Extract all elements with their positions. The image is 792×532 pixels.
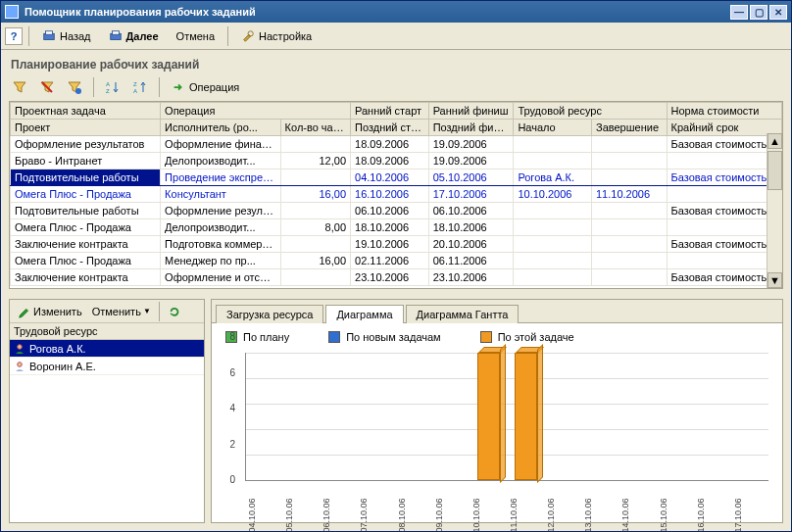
- col-begin[interactable]: Начало: [514, 120, 592, 136]
- col-early-start[interactable]: Ранний старт: [351, 103, 429, 120]
- sort-asc-icon[interactable]: AZ: [102, 77, 124, 97]
- col-performer[interactable]: Исполнитель (ро...: [161, 120, 280, 136]
- close-button[interactable]: ✕: [769, 5, 787, 20]
- cell[interactable]: 18.09.2006: [351, 153, 429, 169]
- cell[interactable]: Менеджер по пр...: [161, 253, 280, 269]
- cell[interactable]: 06.11.2006: [428, 253, 514, 269]
- table-row[interactable]: Омега Плюс - ПродажаДелопроизводит...8,0…: [11, 219, 782, 236]
- tab-resource-load[interactable]: Загрузка ресурса: [216, 305, 323, 323]
- table-row[interactable]: Оформление результатовОформление финальн…: [11, 136, 782, 153]
- cell[interactable]: 17.10.2006: [428, 186, 514, 203]
- cell[interactable]: 04.10.2006: [351, 169, 429, 186]
- cell[interactable]: 18.09.2006: [351, 136, 429, 153]
- cell[interactable]: 16,00: [280, 253, 350, 269]
- col-end[interactable]: Завершение: [592, 120, 668, 136]
- cell[interactable]: [514, 219, 592, 236]
- cell[interactable]: Подтовительные работы: [11, 203, 161, 219]
- cell[interactable]: [592, 253, 668, 269]
- col-project-task[interactable]: Проектная задача: [11, 103, 161, 120]
- help-button[interactable]: ?: [5, 27, 23, 45]
- cell[interactable]: [592, 169, 668, 186]
- cell[interactable]: 18.10.2006: [351, 219, 429, 236]
- back-button[interactable]: Назад: [35, 26, 98, 46]
- cell[interactable]: 20.10.2006: [428, 236, 514, 253]
- scroll-down-icon[interactable]: ▼: [767, 272, 782, 288]
- cell[interactable]: 8,00: [280, 219, 350, 236]
- cell[interactable]: [667, 219, 781, 236]
- cell[interactable]: Заключение контракта: [11, 236, 161, 253]
- scroll-thumb[interactable]: [767, 151, 782, 190]
- table-row[interactable]: Омега Плюс - ПродажаКонсультант16,0016.1…: [11, 186, 782, 203]
- maximize-button[interactable]: ▢: [750, 5, 767, 20]
- sort-desc-icon[interactable]: ZA: [129, 77, 151, 97]
- cell[interactable]: [280, 236, 350, 253]
- cell[interactable]: [592, 219, 668, 236]
- cell[interactable]: Консультант: [161, 186, 280, 203]
- cell[interactable]: Проведение экспресс-обследо...: [161, 169, 280, 186]
- cell[interactable]: Омега Плюс - Продажа: [11, 219, 161, 236]
- cell[interactable]: [667, 253, 781, 269]
- cell[interactable]: 23.10.2006: [428, 269, 514, 286]
- cell[interactable]: 19.09.2006: [428, 153, 514, 169]
- cell[interactable]: Оформление и отсылка комме...: [161, 269, 280, 286]
- cell[interactable]: [592, 203, 668, 219]
- forward-button[interactable]: Далее: [102, 26, 166, 46]
- cell[interactable]: 19.10.2006: [351, 236, 429, 253]
- cell[interactable]: [592, 136, 668, 153]
- resource-row[interactable]: Рогова А.К.: [10, 340, 204, 358]
- table-row[interactable]: Браво - ИнтранетДелопроизводит...12,0018…: [11, 153, 782, 169]
- table-row[interactable]: Подтовительные работыПроведение экспресс…: [11, 169, 782, 186]
- settings-button[interactable]: Настройка: [234, 26, 319, 46]
- cell[interactable]: [667, 153, 781, 169]
- cell[interactable]: 06.10.2006: [428, 203, 514, 219]
- cancel-button[interactable]: Отмена: [170, 27, 222, 45]
- col-late-finish[interactable]: Поздний финиш: [428, 120, 514, 136]
- cell[interactable]: [514, 153, 592, 169]
- edit-button[interactable]: Изменить: [14, 303, 86, 320]
- filter-icon[interactable]: [9, 77, 30, 97]
- cell[interactable]: Базовая стоимость: [667, 203, 781, 219]
- cell[interactable]: Делопроизводит...: [161, 153, 280, 169]
- col-early-finish[interactable]: Ранний финиш: [428, 103, 514, 120]
- cell[interactable]: [667, 186, 781, 203]
- cell[interactable]: 18.10.2006: [428, 219, 514, 236]
- cell[interactable]: Омега Плюс - Продажа: [11, 253, 161, 269]
- cell[interactable]: [514, 269, 592, 286]
- cell[interactable]: Заключение контракта: [11, 269, 161, 286]
- cell[interactable]: Рогова А.К.: [514, 169, 592, 186]
- minimize-button[interactable]: —: [730, 5, 748, 20]
- cell[interactable]: [280, 136, 350, 153]
- cell[interactable]: [592, 269, 668, 286]
- resource-row[interactable]: Воронин А.Е.: [10, 358, 204, 375]
- cell[interactable]: [514, 236, 592, 253]
- table-row[interactable]: Подтовительные работыОформление результа…: [11, 203, 782, 219]
- cell[interactable]: Подготовка коммерческого пр...: [161, 236, 280, 253]
- cell[interactable]: 16.10.2006: [351, 186, 429, 203]
- cell[interactable]: Делопроизводит...: [161, 219, 280, 236]
- cell[interactable]: 02.11.2006: [351, 253, 429, 269]
- cell[interactable]: Оформление результатов: [11, 136, 161, 153]
- cancel-edit-button[interactable]: Отменить ▼: [88, 304, 155, 319]
- tab-diagram[interactable]: Диаграмма: [325, 305, 403, 323]
- table-row[interactable]: Омега Плюс - ПродажаМенеджер по пр...16,…: [11, 253, 782, 269]
- cell[interactable]: [514, 203, 592, 219]
- cell[interactable]: [514, 136, 592, 153]
- cell[interactable]: 23.10.2006: [351, 269, 429, 286]
- cell[interactable]: Омега Плюс - Продажа: [11, 186, 161, 203]
- col-deadline[interactable]: Крайний срок: [667, 120, 781, 136]
- cell[interactable]: Браво - Интранет: [11, 153, 161, 169]
- cell[interactable]: Базовая стоимость: [667, 236, 781, 253]
- cell[interactable]: Базовая стоимость: [667, 169, 781, 186]
- cell[interactable]: Базовая стоимость: [667, 269, 781, 286]
- col-project[interactable]: Проект: [11, 120, 161, 136]
- col-operation[interactable]: Операция: [161, 103, 351, 120]
- cell[interactable]: [280, 269, 350, 286]
- cell[interactable]: Оформление результатов эксп...: [161, 203, 280, 219]
- cell[interactable]: 06.10.2006: [351, 203, 429, 219]
- refresh-button[interactable]: [164, 303, 185, 320]
- task-grid[interactable]: Проектная задача Операция Ранний старт Р…: [9, 101, 783, 289]
- filter-clear-icon[interactable]: [36, 77, 58, 97]
- col-cost-norm[interactable]: Норма стоимости: [667, 103, 781, 120]
- col-resource[interactable]: Трудовой ресурс: [514, 103, 667, 120]
- cell[interactable]: [514, 253, 592, 269]
